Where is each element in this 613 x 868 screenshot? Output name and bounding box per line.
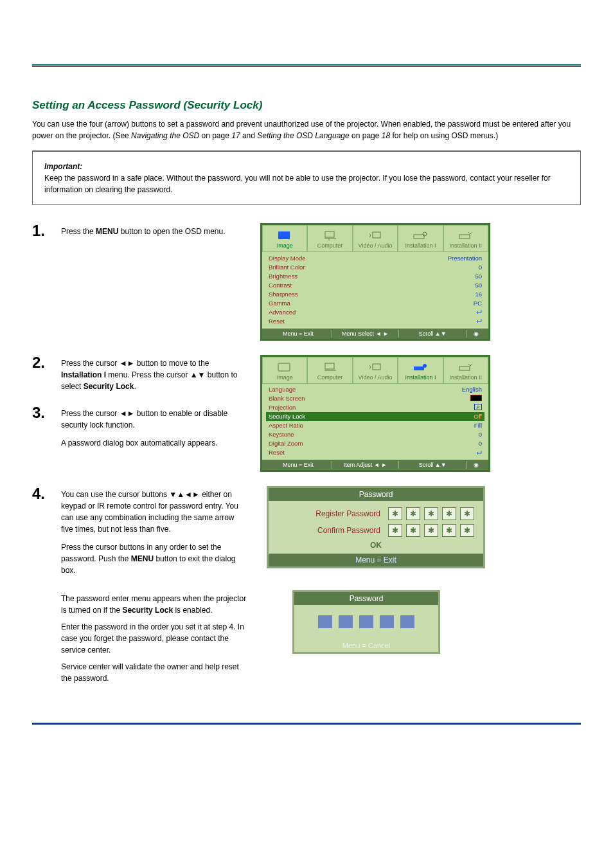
tab-image-label: Image — [277, 242, 293, 249]
row-brilliant-color[interactable]: Brilliant Color0 — [266, 262, 484, 271]
register-password-row: Register Password ✱ ✱ ✱ ✱ ✱ — [278, 507, 474, 520]
cursor-lr-icon: ◄► — [120, 359, 135, 368]
password-cell[interactable]: ✱ — [442, 507, 456, 520]
lead-page2: 18 — [382, 131, 390, 140]
tab-computer[interactable]: Computer — [307, 357, 352, 384]
password-entry-cell[interactable] — [380, 615, 394, 628]
row-display-mode[interactable]: Display ModePresentation — [266, 253, 484, 262]
enter-icon — [474, 449, 482, 456]
lead-page1: 17 — [231, 131, 240, 140]
tab-installation2-label: Installation II — [450, 242, 483, 249]
password-dialog: Password Register Password ✱ ✱ ✱ ✱ ✱ Con… — [267, 486, 485, 568]
tab-image[interactable]: Image — [262, 357, 307, 384]
footer-rule — [32, 723, 581, 725]
tab-installation-2[interactable]: Installation II — [443, 225, 488, 252]
register-password-label: Register Password — [278, 509, 380, 518]
cursor-all-icon: ▼▲◄► — [169, 490, 200, 499]
row-reset[interactable]: Reset — [266, 316, 484, 325]
tab-computer-label: Computer — [317, 242, 343, 249]
row-keystone[interactable]: Keystone0 — [266, 430, 484, 439]
password-cell[interactable]: ✱ — [406, 524, 420, 537]
para7: Service center will validate the owner a… — [61, 661, 247, 684]
important-note-box: Important: Keep the password in a safe p… — [32, 150, 581, 205]
row-gamma[interactable]: GammaPC — [266, 298, 484, 307]
tab-installation1-label: Installation I — [405, 242, 436, 249]
tab-video-label: Video / Audio — [359, 242, 393, 249]
step-4-text: You can use the cursor buttons ▼▲◄► eith… — [61, 486, 260, 576]
tab-computer[interactable]: Computer — [307, 225, 352, 252]
password-entry-cell[interactable] — [318, 615, 332, 628]
password-cell[interactable]: ✱ — [424, 507, 438, 520]
step-1-number: 1. — [32, 223, 61, 239]
password-entry-cell[interactable] — [359, 615, 373, 628]
row-aspect-ratio[interactable]: Aspect RatioFill — [266, 421, 484, 430]
password-cell[interactable]: ✱ — [388, 524, 402, 537]
tab-image-label: Image — [277, 374, 293, 381]
step-3-text-a: Press the cursor — [61, 409, 120, 418]
video-audio-icon — [355, 360, 396, 374]
tab-installation2-label: Installation II — [450, 374, 483, 381]
tab-installation-1[interactable]: Installation I — [398, 225, 443, 252]
row-sharpness[interactable]: Sharpness16 — [266, 289, 484, 298]
lead-text-b: on page — [199, 131, 231, 140]
security-lock-name: Security Lock — [122, 606, 173, 615]
tab-image[interactable]: Image — [262, 225, 307, 252]
tab-installation-1[interactable]: Installation I — [398, 357, 443, 384]
password-cell[interactable]: ✱ — [406, 507, 420, 520]
row-contrast[interactable]: Contrast50 — [266, 280, 484, 289]
tab-video-audio[interactable]: Video / Audio — [353, 225, 398, 252]
tab-video-label: Video / Audio — [359, 374, 393, 381]
password-cell[interactable]: ✱ — [460, 524, 474, 537]
row-language[interactable]: LanguageEnglish — [266, 385, 484, 394]
row-security-lock[interactable]: Security LockOff — [266, 412, 484, 421]
tab-installation1-label: Installation I — [405, 374, 436, 381]
svg-rect-2 — [373, 232, 380, 238]
password-cell[interactable]: ✱ — [388, 507, 402, 520]
password-entry-cell[interactable] — [400, 615, 414, 628]
installation1-icon — [400, 360, 441, 374]
lead-text-d: on page — [350, 131, 382, 140]
password-ok-button[interactable]: OK — [278, 541, 474, 550]
tab-installation-2[interactable]: Installation II — [443, 357, 488, 384]
step-4: 4. You can use the cursor buttons ▼▲◄► e… — [32, 486, 581, 576]
foot-enter-icon: ◉ — [466, 461, 486, 469]
menu-key: MENU — [96, 227, 118, 236]
installation1-icon — [400, 228, 441, 242]
svg-rect-1 — [325, 231, 334, 237]
row-reset[interactable]: Reset — [266, 448, 484, 457]
row-blank-screen[interactable]: Blank Screen — [266, 394, 484, 403]
row-advanced[interactable]: Advanced — [266, 307, 484, 316]
step-2-number: 2. — [32, 355, 61, 392]
svg-rect-8 — [373, 364, 380, 370]
row-digital-zoom[interactable]: Digital Zoom0 — [266, 439, 484, 448]
step-2-text: Press the cursor ◄► button to move to th… — [61, 355, 260, 392]
password-cell[interactable]: ✱ — [442, 524, 456, 537]
step-1: 1. Press the MENU button to open the OSD… — [32, 223, 581, 341]
osd-footer: Menu = Exit Menu Select ◄ ► Scroll ▲▼ ◉ — [262, 329, 488, 339]
lead-paragraph: You can use the four (arrow) buttons to … — [32, 118, 581, 141]
step-1-text-b: button to open the OSD menu. — [118, 227, 225, 236]
lead-text-e: for help on using OSD menus.) — [390, 131, 498, 140]
password-footer: Menu = Exit — [269, 554, 483, 566]
image-icon — [264, 360, 305, 374]
foot-menu-exit: Menu = Exit — [265, 330, 332, 338]
svg-rect-9 — [414, 366, 424, 370]
row-projection[interactable]: ProjectionP — [266, 403, 484, 412]
projection-icon: P — [474, 404, 482, 410]
enter-icon — [474, 318, 482, 325]
password-entry-cell[interactable] — [339, 615, 353, 628]
tab-video-audio[interactable]: Video / Audio — [353, 357, 398, 384]
row-brightness[interactable]: Brightness50 — [266, 271, 484, 280]
foot-scroll: Scroll ▲▼ — [399, 330, 466, 338]
password-cell[interactable]: ✱ — [460, 507, 474, 520]
installation1-menu-name: Installation I — [61, 370, 106, 379]
foot-menu-exit: Menu = Exit — [265, 461, 332, 469]
step-2-text-b: button to move to the — [134, 359, 209, 368]
installation2-icon — [445, 360, 486, 374]
step-5: The password enter menu appears when the… — [32, 590, 581, 684]
password-cell[interactable]: ✱ — [424, 524, 438, 537]
para5-c: is enabled. — [173, 606, 212, 615]
step-2-text-c: menu. Press the cursor — [106, 370, 190, 379]
note-body: Keep the password in a safe place. Witho… — [44, 172, 569, 195]
foot-item-adjust: Item Adjust ◄ ► — [332, 461, 400, 469]
